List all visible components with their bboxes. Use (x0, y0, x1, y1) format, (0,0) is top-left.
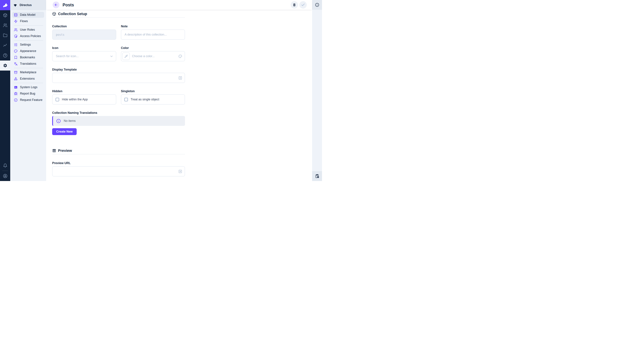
sidebar-item-request-feature[interactable]: Request Feature (12, 97, 44, 103)
sidebar-item-label: Marketplace (20, 70, 36, 74)
collection-setup-form: Collection Setup Collection Note (52, 11, 185, 176)
field-collection: Collection (52, 24, 116, 40)
nav-divider (14, 68, 43, 68)
field-label: Color (121, 46, 185, 50)
box-icon (52, 12, 56, 16)
sidebar-item-translations[interactable]: Translations (12, 61, 44, 67)
display-template-input[interactable] (52, 73, 185, 83)
info-sidebar-button[interactable] (312, 0, 322, 10)
content-scroll[interactable]: Collection Setup Collection Note (46, 10, 312, 181)
save-button[interactable] (299, 1, 307, 8)
icon-select-input[interactable] (52, 51, 116, 61)
people-icon (3, 23, 8, 27)
right-sidebar-strip (312, 0, 322, 181)
folder-icon (3, 33, 8, 37)
hidden-checkbox-row[interactable]: Hide within the App (52, 94, 116, 105)
collection-input[interactable] (52, 29, 116, 40)
module-settings[interactable] (0, 60, 10, 70)
badge-check-icon (14, 98, 18, 102)
field-label: Preview URL (52, 161, 185, 165)
project-bar[interactable]: Directus (10, 0, 46, 10)
project-name: Directus (20, 3, 32, 7)
field-label: Icon (52, 46, 116, 50)
header-actions (291, 1, 307, 8)
empty-items-text: No items (64, 119, 76, 123)
sidebar-item-data-model[interactable]: Data Model (12, 12, 44, 18)
sidebar-item-flows[interactable]: Flows (12, 18, 44, 24)
database-icon (14, 13, 18, 17)
storefront-icon (14, 70, 18, 74)
checkbox-label: Treat as single object (131, 98, 159, 101)
shapes-icon (14, 77, 18, 81)
field-note: Note (121, 24, 185, 40)
field-label: Collection (52, 24, 116, 28)
field-hidden: Hidden Hide within the App (52, 89, 116, 105)
hidden-checkbox[interactable] (56, 98, 59, 101)
eyedropper-icon (124, 55, 128, 58)
bug-icon (14, 92, 18, 95)
box-icon (3, 13, 8, 17)
help-circle-icon (3, 53, 8, 58)
info-icon (56, 119, 61, 123)
field-display-template: Display Template (52, 68, 185, 83)
page-header: Posts (46, 0, 312, 10)
note-input[interactable] (121, 29, 185, 40)
module-user-directory[interactable] (0, 20, 10, 30)
module-content[interactable] (0, 10, 10, 20)
nav-divider (14, 40, 43, 40)
module-documentation[interactable] (0, 50, 10, 60)
sidebar-item-label: Request Feature (20, 98, 42, 102)
sidebar-item-settings[interactable]: Settings (12, 42, 44, 48)
sidebar-item-access-policies[interactable]: Access Policies (12, 33, 44, 39)
add-field-icon[interactable] (178, 76, 182, 80)
sidebar-item-label: System Logs (20, 85, 38, 89)
preview-url-input[interactable] (52, 166, 185, 176)
singleton-checkbox-row[interactable]: Treat as single object (121, 94, 185, 105)
sidebar-item-system-logs[interactable]: System Logs (12, 84, 44, 90)
rabbit-logo-icon (2, 2, 8, 8)
sidebar-item-appearance[interactable]: Appearance (12, 48, 44, 54)
field-color: Color (121, 46, 185, 61)
module-file-library[interactable] (0, 30, 10, 40)
notifications-button[interactable] (0, 161, 10, 171)
singleton-checkbox[interactable] (124, 98, 128, 101)
arrow-left-icon (54, 3, 58, 7)
gear-icon (3, 63, 8, 68)
bookmark-icon (14, 56, 18, 59)
module-bar-spacer (0, 70, 10, 161)
page-title: Posts (62, 2, 74, 7)
create-new-button[interactable]: Create New (52, 128, 77, 135)
preview-icon (52, 149, 56, 153)
field-label: Note (121, 24, 185, 28)
add-field-icon[interactable] (178, 170, 182, 173)
sidebar-item-label: Settings (20, 43, 31, 46)
color-input[interactable] (121, 51, 185, 61)
sidebar-item-extensions[interactable]: Extensions (12, 76, 44, 82)
bell-icon (3, 163, 8, 168)
back-button[interactable] (53, 1, 59, 8)
field-label: Display Template (52, 68, 185, 71)
field-icon: Icon (52, 46, 116, 61)
eyedropper-button[interactable] (122, 52, 130, 60)
directus-logo[interactable] (0, 0, 10, 10)
module-insights[interactable] (0, 40, 10, 50)
sidebar-item-label: Appearance (20, 49, 36, 53)
sidebar-item-user-roles[interactable]: User Roles (12, 27, 44, 33)
sidebar-item-label: Extensions (20, 77, 35, 80)
revisions-sidebar-button[interactable] (312, 171, 322, 181)
sidebar-item-report-bug[interactable]: Report Bug (12, 91, 44, 96)
sidebar-item-marketplace[interactable]: Marketplace (12, 69, 44, 75)
palette-icon[interactable] (178, 54, 182, 58)
app-root: Directus Data Model Flows User Roles Acc… (0, 0, 322, 181)
sidebar-item-label: Report Bug (20, 92, 35, 95)
field-label: Collection Naming Translations (52, 111, 185, 115)
chevron-down-icon[interactable] (110, 54, 113, 58)
user-circle-icon (3, 174, 8, 178)
sidebar-item-bookmarks[interactable]: Bookmarks (12, 54, 44, 60)
module-bar (0, 0, 10, 181)
trash-icon (292, 3, 296, 7)
info-icon (315, 3, 319, 7)
account-button[interactable] (0, 171, 10, 181)
palette-icon (14, 49, 18, 53)
delete-button[interactable] (291, 1, 298, 8)
